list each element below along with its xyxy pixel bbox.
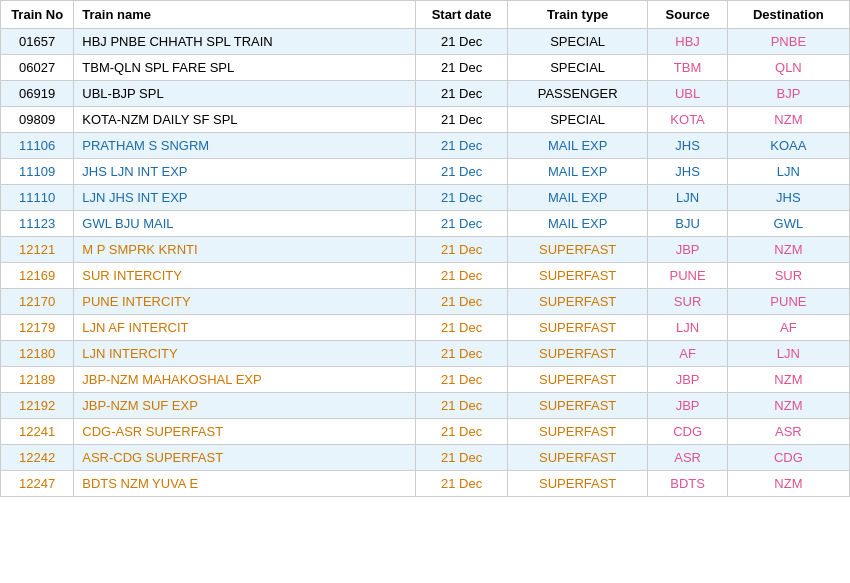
cell-destination: NZM: [727, 367, 849, 393]
table-row: 06919UBL-BJP SPL21 DecPASSENGERUBLBJP: [1, 81, 850, 107]
table-row: 12241CDG-ASR SUPERFAST21 DecSUPERFASTCDG…: [1, 419, 850, 445]
cell-train-name: PRATHAM S SNGRM: [74, 133, 416, 159]
table-row: 12189JBP-NZM MAHAKOSHAL EXP21 DecSUPERFA…: [1, 367, 850, 393]
cell-destination: NZM: [727, 471, 849, 497]
cell-train-no: 01657: [1, 29, 74, 55]
cell-destination: BJP: [727, 81, 849, 107]
cell-start-date: 21 Dec: [416, 29, 508, 55]
cell-start-date: 21 Dec: [416, 159, 508, 185]
table-row: 09809KOTA-NZM DAILY SF SPL21 DecSPECIALK…: [1, 107, 850, 133]
cell-start-date: 21 Dec: [416, 471, 508, 497]
cell-destination: CDG: [727, 445, 849, 471]
cell-start-date: 21 Dec: [416, 289, 508, 315]
cell-start-date: 21 Dec: [416, 237, 508, 263]
cell-source: JHS: [648, 159, 727, 185]
cell-destination: NZM: [727, 107, 849, 133]
cell-train-type: SPECIAL: [507, 107, 647, 133]
cell-train-type: SUPERFAST: [507, 471, 647, 497]
cell-train-no: 12242: [1, 445, 74, 471]
cell-train-no: 12192: [1, 393, 74, 419]
cell-train-name: CDG-ASR SUPERFAST: [74, 419, 416, 445]
cell-source: SUR: [648, 289, 727, 315]
cell-source: BJU: [648, 211, 727, 237]
header-destination: Destination: [727, 1, 849, 29]
cell-source: ASR: [648, 445, 727, 471]
cell-start-date: 21 Dec: [416, 107, 508, 133]
cell-train-name: KOTA-NZM DAILY SF SPL: [74, 107, 416, 133]
cell-train-no: 12121: [1, 237, 74, 263]
header-train-no: Train No: [1, 1, 74, 29]
cell-source: CDG: [648, 419, 727, 445]
cell-train-name: SUR INTERCITY: [74, 263, 416, 289]
table-body: 01657HBJ PNBE CHHATH SPL TRAIN21 DecSPEC…: [1, 29, 850, 497]
cell-train-type: MAIL EXP: [507, 211, 647, 237]
cell-train-type: PASSENGER: [507, 81, 647, 107]
cell-destination: KOAA: [727, 133, 849, 159]
cell-start-date: 21 Dec: [416, 81, 508, 107]
cell-destination: SUR: [727, 263, 849, 289]
cell-train-name: LJN JHS INT EXP: [74, 185, 416, 211]
cell-train-type: SPECIAL: [507, 29, 647, 55]
table-row: 12169SUR INTERCITY21 DecSUPERFASTPUNESUR: [1, 263, 850, 289]
cell-source: BDTS: [648, 471, 727, 497]
cell-start-date: 21 Dec: [416, 419, 508, 445]
cell-destination: NZM: [727, 237, 849, 263]
cell-train-no: 12170: [1, 289, 74, 315]
header-train-type: Train type: [507, 1, 647, 29]
cell-source: UBL: [648, 81, 727, 107]
cell-source: JBP: [648, 237, 727, 263]
cell-train-type: SUPERFAST: [507, 445, 647, 471]
cell-source: JBP: [648, 393, 727, 419]
cell-source: HBJ: [648, 29, 727, 55]
cell-train-no: 12189: [1, 367, 74, 393]
cell-source: AF: [648, 341, 727, 367]
cell-train-no: 12180: [1, 341, 74, 367]
table-row: 12192JBP-NZM SUF EXP21 DecSUPERFASTJBPNZ…: [1, 393, 850, 419]
cell-start-date: 21 Dec: [416, 185, 508, 211]
cell-destination: LJN: [727, 159, 849, 185]
table-row: 06027TBM-QLN SPL FARE SPL21 DecSPECIALTB…: [1, 55, 850, 81]
cell-train-name: BDTS NZM YUVA E: [74, 471, 416, 497]
cell-source: TBM: [648, 55, 727, 81]
cell-destination: GWL: [727, 211, 849, 237]
cell-start-date: 21 Dec: [416, 133, 508, 159]
cell-train-name: LJN AF INTERCIT: [74, 315, 416, 341]
table-row: 12121M P SMPRK KRNTI21 DecSUPERFASTJBPNZ…: [1, 237, 850, 263]
table-row: 12242ASR-CDG SUPERFAST21 DecSUPERFASTASR…: [1, 445, 850, 471]
cell-destination: NZM: [727, 393, 849, 419]
cell-source: LJN: [648, 185, 727, 211]
table-row: 11123GWL BJU MAIL21 DecMAIL EXPBJUGWL: [1, 211, 850, 237]
table-row: 12179LJN AF INTERCIT21 DecSUPERFASTLJNAF: [1, 315, 850, 341]
cell-source: KOTA: [648, 107, 727, 133]
cell-train-type: SUPERFAST: [507, 393, 647, 419]
cell-start-date: 21 Dec: [416, 55, 508, 81]
cell-train-no: 12179: [1, 315, 74, 341]
cell-destination: ASR: [727, 419, 849, 445]
cell-source: JBP: [648, 367, 727, 393]
cell-train-type: SUPERFAST: [507, 315, 647, 341]
cell-train-type: SUPERFAST: [507, 289, 647, 315]
cell-destination: AF: [727, 315, 849, 341]
cell-train-name: ASR-CDG SUPERFAST: [74, 445, 416, 471]
cell-source: PUNE: [648, 263, 727, 289]
cell-train-name: HBJ PNBE CHHATH SPL TRAIN: [74, 29, 416, 55]
cell-train-type: MAIL EXP: [507, 185, 647, 211]
table-row: 01657HBJ PNBE CHHATH SPL TRAIN21 DecSPEC…: [1, 29, 850, 55]
cell-destination: LJN: [727, 341, 849, 367]
cell-train-type: SUPERFAST: [507, 263, 647, 289]
cell-destination: PNBE: [727, 29, 849, 55]
cell-train-no: 09809: [1, 107, 74, 133]
cell-train-no: 11110: [1, 185, 74, 211]
cell-train-name: UBL-BJP SPL: [74, 81, 416, 107]
cell-source: LJN: [648, 315, 727, 341]
cell-start-date: 21 Dec: [416, 211, 508, 237]
cell-start-date: 21 Dec: [416, 263, 508, 289]
cell-train-name: PUNE INTERCITY: [74, 289, 416, 315]
table-row: 12247BDTS NZM YUVA E21 DecSUPERFASTBDTSN…: [1, 471, 850, 497]
cell-destination: QLN: [727, 55, 849, 81]
cell-train-no: 11106: [1, 133, 74, 159]
cell-start-date: 21 Dec: [416, 445, 508, 471]
table-row: 12180LJN INTERCITY21 DecSUPERFASTAFLJN: [1, 341, 850, 367]
header-source: Source: [648, 1, 727, 29]
cell-train-no: 11109: [1, 159, 74, 185]
